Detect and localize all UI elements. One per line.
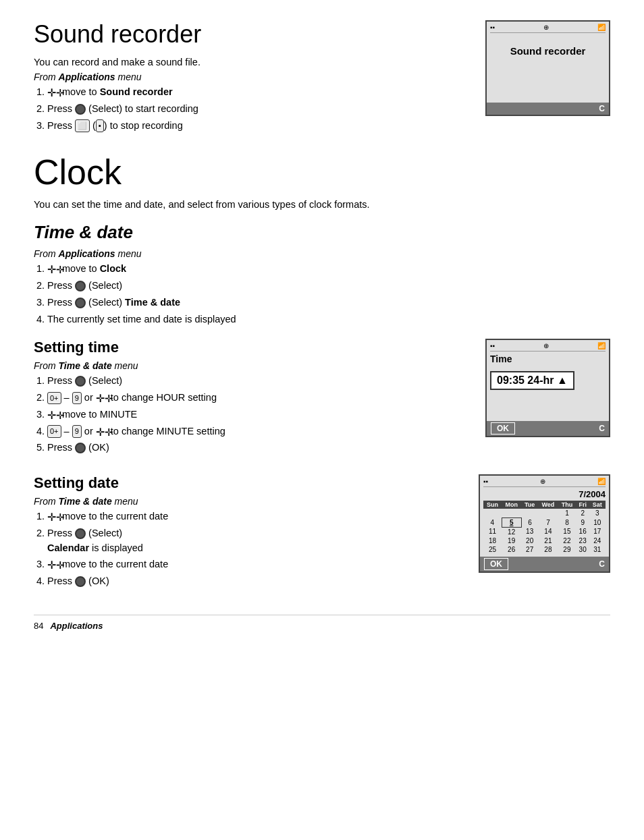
status-left: ▪▪ [483,478,488,485]
calendar-month: 7/2004 [483,489,606,499]
calendar-th-tue: Tue [521,501,538,509]
calendar-cell: 8 [558,517,576,527]
list-item: ✛ move to the current date [47,509,455,524]
device-screen: ▪▪ ⊕ 📶 7/2004 Sun Mon Tue Wed [480,476,609,557]
calendar-cell: 19 [502,536,521,545]
calendar-cell: 26 [502,545,521,554]
setting-date-device: ▪▪ ⊕ 📶 7/2004 Sun Mon Tue Wed [475,474,610,594]
list-item: ✛ move to the current date [47,557,455,572]
calendar-cell: 29 [558,545,576,554]
device-screen: ▪▪ ⊕ 📶 Sound recorder [487,22,609,103]
device-bottom-bar: OK C [480,557,609,571]
calendar-cell: 25 [483,545,502,554]
setting-date-from-menu: From Time & date menu [34,496,455,507]
ok-button-icon [75,576,86,587]
list-item: ✛ move to Clock [47,262,610,277]
key-9: 9 [72,425,82,438]
nav-icon: ✛ [47,263,59,275]
footer-section-label: Applications [50,621,103,631]
list-item: ✛ move to Sound recorder [47,85,455,100]
setting-time-text: Setting time From Time & date menu Press… [34,339,455,461]
nav-icon: ✛ [96,392,108,404]
calendar-cell: 30 [576,545,589,554]
calendar-cell: 12 [502,527,521,536]
calendar-row: 18 19 20 21 22 23 24 [483,536,606,545]
status-mid: ⊕ [540,478,545,485]
time-date-from-menu: From Applications menu [34,248,610,259]
calendar-cell: 13 [521,527,538,536]
status-mid: ⊕ [543,24,549,31]
calendar-cell: 2 [576,509,589,517]
calendar-cell: 21 [538,536,558,545]
device-mockup: ▪▪ ⊕ 📶 Time 09:35 24-hr ▲ OK C [485,339,610,437]
calendar-cell: 22 [558,536,576,545]
time-date-title: Time & date [34,222,610,243]
calendar-th-wed: Wed [538,501,558,509]
calendar-cell: 4 [483,517,502,527]
sound-recorder-text: Sound recorder You can record and make a… [34,20,455,138]
key-9: 9 [72,392,82,405]
status-right: 📶 [597,24,606,31]
select-button-icon [75,528,86,539]
nav-icon: ✛ [47,409,59,421]
device-bottom-bar: C [487,103,609,115]
status-mid: ⊕ [543,342,549,349]
status-right: 📶 [597,478,606,485]
list-item: Press (OK) [47,441,455,455]
calendar-cell: 16 [576,527,589,536]
calendar-cell: 7 [538,517,558,527]
calendar-cell: 18 [483,536,502,545]
calendar-cell [502,509,521,517]
list-item: Press (OK) [47,574,455,589]
calendar-th-mon: Mon [502,501,521,509]
device-status-bar: ▪▪ ⊕ 📶 [490,24,606,33]
select-button-icon [75,298,86,308]
calendar-table: Sun Mon Tue Wed Thu Fri Sat [483,501,606,554]
calendar-th-fri: Fri [576,501,589,509]
device-mockup: ▪▪ ⊕ 📶 7/2004 Sun Mon Tue Wed [479,474,610,573]
sound-recorder-description: You can record and make a sound file. [34,57,455,67]
calendar-cell: 17 [589,527,605,536]
list-item: Press (Select) to start recording [47,102,455,117]
sound-recorder-steps: ✛ move to Sound recorder Press (Select) … [47,85,455,133]
stop-key-icon: ⬜ [75,119,90,132]
setting-time-title: Setting time [34,339,455,356]
calendar-cell: 10 [589,517,605,527]
list-item: ✛ move to MINUTE [47,408,455,422]
calendar-th-sun: Sun [483,501,502,509]
bottom-right-label: C [599,104,605,113]
clock-section: Clock You can set the time and date, and… [34,152,610,594]
stop-icon: ▪ [96,119,104,132]
bottom-right-label: C [599,424,605,433]
calendar-th-thu: Thu [558,501,576,509]
setting-time-subsection: Setting time From Time & date menu Press… [34,339,610,461]
nav-icon: ✛ [96,426,108,438]
list-item: 0+ – 9 or ✛ to change HOUR setting [47,391,455,405]
list-item: Press (Select) [47,374,455,389]
setting-date-subsection: Setting date From Time & date menu ✛ mov… [34,474,610,594]
calendar-cell: 23 [576,536,589,545]
calendar-cell: 14 [538,527,558,536]
list-item: Press (Select) [47,279,610,293]
device-status-bar: ▪▪ ⊕ 📶 [483,478,606,487]
setting-time-steps: Press (Select) 0+ – 9 or ✛ to change HOU… [47,374,455,455]
calendar-cell: 28 [538,545,558,554]
key-0plus: 0+ [47,425,61,438]
list-item: 0+ – 9 or ✛ to change MINUTE setting [47,424,455,439]
time-date-steps: ✛ move to Clock Press (Select) Press (Se… [47,262,610,327]
calendar-cell: 15 [558,527,576,536]
setting-date-title: Setting date [34,474,455,492]
status-left: ▪▪ [490,24,495,31]
footer: 84 Applications [34,615,610,631]
calendar-body: 1 2 3 4 5 6 7 8 9 [483,509,606,554]
clock-description: You can set the time and date, and selec… [34,199,610,210]
key-0plus: 0+ [47,392,61,405]
device-screen-title: Time [490,354,606,364]
calendar-row: 11 12 13 14 15 16 17 [483,527,606,536]
clock-title: Clock [34,152,610,192]
calendar-header-row: Sun Mon Tue Wed Thu Fri Sat [483,501,606,509]
list-item: Press (Select) Time & date [47,296,610,310]
calendar-cell: 20 [521,536,538,545]
select-button-icon [75,104,86,115]
calendar-cell-highlighted: 5 [502,517,521,527]
